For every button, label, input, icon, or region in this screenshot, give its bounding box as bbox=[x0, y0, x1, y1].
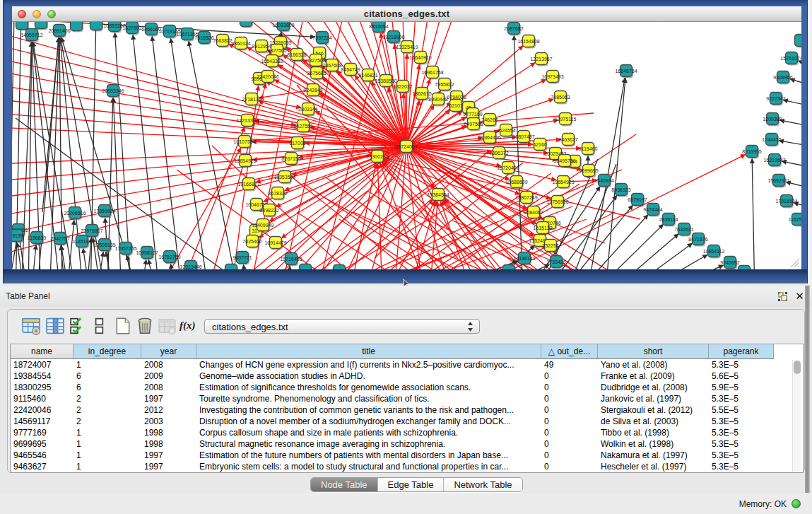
node-label: 16154808 bbox=[517, 39, 539, 44]
citation-edge-red[interactable] bbox=[353, 163, 376, 269]
citation-edge-black[interactable] bbox=[752, 158, 755, 269]
column-header-year[interactable]: year bbox=[141, 344, 196, 359]
table-row[interactable]: 1938455462009Genome–wide association stu… bbox=[11, 370, 803, 382]
citation-edge-black[interactable] bbox=[779, 120, 801, 128]
citation-edge-black[interactable] bbox=[170, 264, 175, 269]
citation-edge-black[interactable] bbox=[799, 61, 801, 69]
citation-edge-black[interactable] bbox=[127, 255, 134, 269]
citation-edge-black[interactable] bbox=[514, 35, 523, 269]
paper-node-teal[interactable] bbox=[334, 265, 346, 270]
citation-edge-black[interactable] bbox=[605, 234, 678, 269]
citation-edge-black[interactable] bbox=[779, 141, 801, 148]
citation-edge-black[interactable] bbox=[589, 224, 664, 269]
citation-edge-black[interactable] bbox=[786, 182, 801, 190]
paper-node-teal[interactable] bbox=[300, 264, 312, 270]
paper-node-teal[interactable] bbox=[739, 266, 751, 270]
scrollbar-thumb[interactable] bbox=[794, 361, 801, 374]
network-view-window[interactable]: citations_edges.txt 14055712206914061085… bbox=[4, 0, 807, 284]
citation-edge-red[interactable] bbox=[411, 151, 570, 269]
tab-network-table[interactable]: Network Table bbox=[444, 478, 522, 491]
citation-edge-black[interactable] bbox=[141, 259, 146, 269]
citation-edge-black[interactable] bbox=[31, 245, 36, 269]
cell-year: 2009 bbox=[141, 370, 194, 382]
paper-node-teal[interactable] bbox=[225, 264, 237, 270]
table-row[interactable]: 911546021997Tourette syndrome. Phenomeno… bbox=[11, 393, 803, 404]
node-label: 8813054 bbox=[369, 24, 388, 29]
table-scrollbar[interactable] bbox=[792, 360, 801, 472]
cell-pagerank: 5.3E–5 bbox=[709, 416, 771, 427]
paper-node-teal[interactable] bbox=[795, 35, 802, 47]
paper-node-teal[interactable] bbox=[35, 22, 47, 29]
node-label: 8186328 bbox=[287, 52, 306, 57]
node-label: 1615132 bbox=[533, 226, 552, 230]
paper-node-teal[interactable] bbox=[16, 22, 28, 30]
table-row[interactable]: 977716911998Corpus callosum shape and si… bbox=[11, 427, 803, 438]
close-panel-icon[interactable]: ✕ bbox=[794, 291, 805, 301]
citation-edge-black[interactable] bbox=[782, 161, 801, 169]
node-label: 1244415 bbox=[762, 137, 781, 142]
citation-edge-black[interactable] bbox=[574, 215, 648, 269]
citation-edge-red[interactable] bbox=[384, 159, 605, 243]
node-label: 9457771 bbox=[233, 255, 252, 260]
paper-node-teal[interactable] bbox=[240, 22, 252, 27]
row-height-icon[interactable] bbox=[90, 317, 109, 335]
cell-pagerank: 5.9E–5 bbox=[709, 382, 771, 393]
citation-edge-black[interactable] bbox=[171, 38, 209, 269]
tab-node-table[interactable]: Node Table bbox=[311, 478, 378, 491]
window-resize-grip[interactable] bbox=[790, 258, 800, 268]
table-row[interactable]: 1456911722003Disruption of a novel membe… bbox=[11, 416, 803, 427]
select-columns-icon[interactable] bbox=[46, 317, 64, 335]
network-window-titlebar[interactable]: citations_edges.txt bbox=[12, 6, 801, 22]
table-row[interactable]: 946362711997Embryonic stem cells: a mode… bbox=[11, 461, 803, 472]
citation-edge-black[interactable] bbox=[794, 203, 801, 210]
table-row[interactable]: 1830029562008Estimation of significance … bbox=[11, 382, 803, 393]
paper-node-teal[interactable] bbox=[503, 265, 515, 270]
column-header-in_degree[interactable]: in_degree bbox=[73, 344, 141, 359]
node-label: 18724007 bbox=[395, 144, 417, 149]
tab-edge-table[interactable]: Edge Table bbox=[378, 478, 445, 491]
float-panel-icon[interactable] bbox=[777, 291, 788, 302]
paper-node-teal[interactable] bbox=[71, 22, 83, 31]
cell-name: 9699695 bbox=[11, 438, 71, 450]
function-builder-icon[interactable]: f(x) bbox=[180, 320, 196, 332]
column-header-title[interactable]: title bbox=[196, 344, 541, 359]
node-label: 11409949 bbox=[252, 223, 274, 228]
node-label: 7632621 bbox=[674, 227, 693, 232]
node-label: 7886372 bbox=[489, 151, 508, 156]
citation-edge-red[interactable] bbox=[406, 54, 407, 139]
node-label: 3624554 bbox=[496, 128, 515, 133]
cell-out_de: 0 bbox=[541, 382, 595, 393]
table-settings-icon[interactable] bbox=[22, 317, 40, 335]
table-row[interactable]: 2242004622012Investigating the contribut… bbox=[11, 404, 803, 416]
table-panel-title: Table Panel bbox=[6, 291, 50, 301]
citation-edge-red[interactable] bbox=[375, 163, 523, 269]
citation-edge-black[interactable] bbox=[243, 264, 248, 269]
cell-title: Disruption of a novel member of a sodium… bbox=[196, 416, 539, 427]
new-document-icon[interactable] bbox=[114, 317, 132, 335]
citation-edge-black[interactable] bbox=[152, 36, 182, 269]
citation-edge-black[interactable] bbox=[790, 79, 801, 88]
paper-node-teal[interactable] bbox=[90, 22, 102, 30]
citation-edge-black[interactable] bbox=[783, 100, 801, 108]
cell-name: 9777169 bbox=[11, 427, 71, 438]
table-row[interactable]: 969969511998Structural magnetic resonanc… bbox=[11, 438, 803, 450]
column-header-name[interactable]: name bbox=[11, 344, 73, 359]
table-row[interactable]: 1872400712008Changes of HCN gene express… bbox=[11, 359, 803, 370]
column-header-out_de[interactable]: △ out_de... bbox=[541, 344, 598, 359]
column-header-short[interactable]: short bbox=[598, 344, 709, 359]
table-panel: Table Panel ✕ f(x) citations_edges.txt n… bbox=[0, 286, 812, 514]
select-rows-icon[interactable] bbox=[69, 317, 88, 335]
node-label: 22420046 bbox=[257, 74, 278, 79]
citation-edge-red[interactable] bbox=[259, 151, 401, 269]
column-header-pagerank[interactable]: pagerank bbox=[709, 344, 774, 359]
citation-edge-black[interactable] bbox=[115, 33, 131, 269]
delete-icon[interactable] bbox=[136, 317, 154, 335]
node-table[interactable]: namein_degreeyeartitle△ out_de...shortpa… bbox=[10, 344, 804, 473]
cell-pagerank: 5.6E–5 bbox=[709, 370, 771, 382]
import-table-disabled-icon[interactable] bbox=[158, 317, 177, 335]
table-select-dropdown[interactable]: citations_edges.txt bbox=[204, 319, 480, 334]
cell-in_degree: 1 bbox=[73, 461, 139, 472]
table-row[interactable]: 946554611997Estimation of the future num… bbox=[11, 450, 803, 461]
node-label: 16495759 bbox=[553, 158, 575, 163]
network-canvas[interactable]: 1405571220691406108532671527602646616010… bbox=[12, 22, 801, 269]
